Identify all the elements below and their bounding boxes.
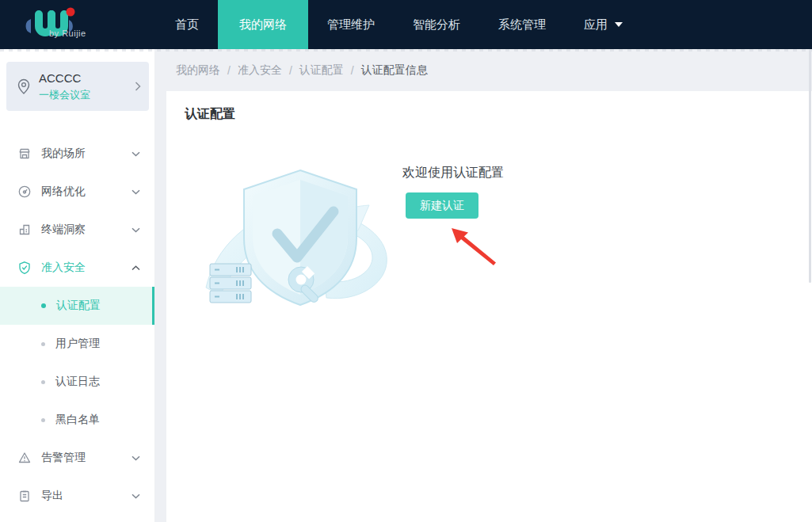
sidebar-item-access-security[interactable]: 准入安全 (0, 249, 154, 287)
chevron-down-icon (132, 189, 140, 195)
red-arrow-annotation-icon (445, 223, 505, 269)
location-name: ACCCC (39, 71, 135, 85)
location-pin-icon (17, 78, 31, 95)
page-title: 认证配置 (185, 106, 235, 123)
sidebar-item-my-places[interactable]: 我的场所 (0, 135, 154, 173)
storefront-icon (17, 147, 32, 161)
sidebar-subitem-auth-log[interactable]: 认证日志 (0, 363, 154, 401)
sidebar-subitem-user-management[interactable]: 用户管理 (0, 325, 154, 363)
chevron-down-icon (132, 227, 140, 233)
chevron-down-icon (132, 151, 140, 157)
gauge-icon (17, 185, 32, 199)
create-auth-button[interactable]: 新建认证 (406, 192, 478, 219)
sidebar-item-alarm-management[interactable]: 告警管理 (0, 439, 154, 477)
breadcrumb-item[interactable]: 认证配置 (299, 63, 344, 78)
shield-illustration (200, 153, 402, 308)
location-selector[interactable]: ACCCC 一楼会议室 (6, 62, 149, 111)
breadcrumb: 我的网络 / 准入安全 / 认证配置 / 认证配置信息 (176, 49, 428, 91)
sidebar-item-terminal-insight[interactable]: 终端洞察 (0, 211, 154, 249)
breadcrumb-item-current: 认证配置信息 (361, 63, 428, 78)
clipboard-export-icon (17, 489, 32, 503)
content-area: 我的网络 / 准入安全 / 认证配置 / 认证配置信息 认证配置 (155, 49, 812, 522)
top-navbar: by Ruijie 首页 我的网络 管理维护 智能分析 系统管理 应用 (0, 0, 812, 49)
nav-item-analytics[interactable]: 智能分析 (394, 0, 479, 49)
nav-item-maintenance[interactable]: 管理维护 (308, 0, 394, 49)
nav-item-apps[interactable]: 应用 (565, 0, 642, 49)
sidebar-subitem-auth-config[interactable]: 认证配置 (0, 287, 154, 325)
nav-item-my-network[interactable]: 我的网络 (218, 0, 308, 49)
chevron-up-icon (132, 265, 140, 271)
dotted-divider (0, 49, 812, 51)
breadcrumb-item[interactable]: 准入安全 (238, 63, 282, 78)
sidebar-item-network-optimization[interactable]: 网络优化 (0, 173, 154, 211)
sidebar-menu: 我的场所 网络优化 终端洞察 (0, 135, 154, 515)
nav-item-system[interactable]: 系统管理 (479, 0, 565, 49)
shield-check-icon (17, 261, 32, 275)
location-sub-name: 一楼会议室 (39, 88, 135, 102)
bullet-dot-icon (41, 418, 45, 422)
alert-triangle-icon (17, 451, 32, 465)
sidebar-item-export[interactable]: 导出 (0, 477, 154, 515)
bullet-dot-icon (41, 342, 45, 346)
breadcrumb-item[interactable]: 我的网络 (176, 63, 220, 78)
sidebar-subitem-blacklist-whitelist[interactable]: 黑白名单 (0, 401, 154, 439)
main-nav: 首页 我的网络 管理维护 智能分析 系统管理 应用 (156, 0, 642, 49)
auth-config-panel: 认证配置 (166, 91, 812, 522)
chevron-right-icon (135, 82, 141, 91)
chevron-down-icon (132, 455, 140, 461)
bar-chart-icon (17, 223, 32, 237)
brand-logo[interactable]: by Ruijie (0, 0, 156, 49)
logo-byline: by Ruijie (49, 29, 86, 38)
nav-item-home[interactable]: 首页 (156, 0, 218, 49)
caret-down-icon (615, 22, 623, 27)
welcome-text: 欢迎使用认证配置 (402, 165, 504, 181)
chevron-down-icon (132, 493, 140, 499)
sidebar: ACCCC 一楼会议室 我的场所 网络优化 (0, 49, 155, 522)
bullet-dot-icon (41, 380, 45, 384)
vertical-scrollbar[interactable] (809, 49, 811, 283)
bullet-dot-icon (41, 303, 46, 308)
